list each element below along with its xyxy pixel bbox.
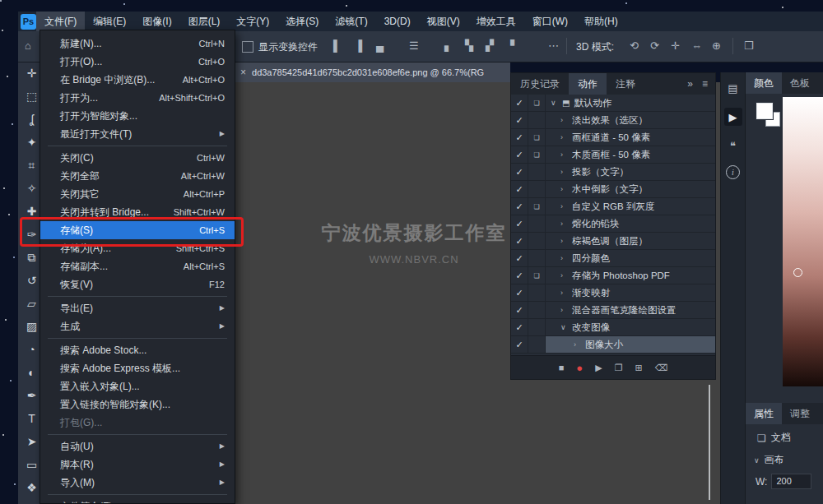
action-row[interactable]: ✓ ❏ ›木质画框 - 50 像素 [511,146,715,164]
action-check-icon[interactable]: ✓ [511,164,528,180]
3d-slide-icon[interactable]: ⇔ [691,39,702,53]
action-row[interactable]: ✓ ›投影（文字） [511,164,715,181]
action-check-icon[interactable]: ✓ [511,284,528,301]
chevron-down-icon[interactable]: ∨ [754,456,760,465]
tab-adjustments[interactable]: 调整 [782,403,818,424]
panel-collapse-icon[interactable]: » [687,78,693,90]
collapse-arrow-icon[interactable]: › [560,185,568,193]
collapse-arrow-icon[interactable]: › [560,289,568,297]
menu-item-scripts[interactable]: 脚本(R)▶ [40,455,235,474]
action-row[interactable]: ✓ ❏ ›画框通道 - 50 像素 [511,129,715,146]
dialog-toggle-empty[interactable] [528,302,546,318]
3d-roll-icon[interactable]: ⟳ [650,39,659,53]
dialog-toggle-icon[interactable]: ❏ [528,146,546,163]
tab-notes[interactable]: 注释 [607,73,644,95]
menu-item-automate[interactable]: 自动(U)▶ [40,437,235,455]
expand-arrow-icon[interactable]: ∨ [560,323,568,331]
expand-arrow-icon[interactable]: ∨ [551,99,558,107]
dialog-toggle-empty[interactable] [528,336,546,353]
tab-actions[interactable]: 动作 [569,73,607,95]
action-check-icon[interactable]: ✓ [511,319,528,335]
action-row[interactable]: ✓ ›混合器画笔克隆绘图设置 [511,302,715,319]
menu-item-package[interactable]: 打包(G)... [40,414,235,432]
action-check-icon[interactable]: ✓ [511,267,528,284]
menu-plugins[interactable]: 增效工具 [468,12,524,31]
action-row[interactable]: ✓ ›淡出效果（选区） [511,112,715,129]
action-check-icon[interactable]: ✓ [511,181,528,197]
menu-image[interactable]: 图像(I) [134,12,179,31]
menu-layer[interactable]: 图层(L) [180,12,229,31]
distribute-1-icon[interactable]: ▖ [444,39,453,53]
action-check-icon[interactable]: ✓ [511,215,528,232]
foreground-color-swatch[interactable] [756,103,773,119]
tab-close-icon[interactable]: × [235,67,252,78]
action-row[interactable]: ✓ ›熔化的铅块 [511,215,715,233]
collapse-arrow-icon[interactable]: › [560,133,568,141]
info-panel-icon[interactable]: i [726,165,740,179]
action-check-icon[interactable]: ✓ [511,198,528,215]
action-row[interactable]: ✓ ❏ ›存储为 Photoshop PDF [511,267,715,284]
menu-item-close[interactable]: 关闭(C)Ctrl+W [40,149,235,167]
action-check-icon[interactable]: ✓ [511,112,528,128]
menu-select[interactable]: 选择(S) [277,12,327,31]
distribute-3-icon[interactable]: ▞ [486,39,494,53]
actions-panel-icon[interactable]: ▶ [724,108,742,126]
action-row-image-size[interactable]: ✓ ›图像大小 [511,336,715,354]
document-tab[interactable]: × dd3a785425d41d675bc2d031e608ef6e.png @… [235,62,510,82]
collapse-arrow-icon[interactable]: › [560,150,568,159]
dialog-toggle-empty[interactable] [528,164,546,180]
align-right-icon[interactable]: ▄ [376,39,384,53]
stop-button[interactable]: ■ [559,363,565,372]
dialog-toggle-icon[interactable]: ❏ [528,129,546,146]
tab-history[interactable]: 历史记录 [511,73,569,95]
menu-item-generate[interactable]: 生成▶ [40,317,235,335]
3d-scale-icon[interactable]: ⊕ [712,39,721,53]
menu-edit[interactable]: 编辑(E) [85,12,134,31]
history-panel-icon[interactable]: ▤ [724,79,742,97]
record-button[interactable]: ● [576,362,583,374]
panel-edge-highlight[interactable] [709,385,710,500]
delete-button[interactable]: ⌫ [655,363,668,373]
width-field[interactable]: 200 [771,474,811,489]
menu-item-open-as[interactable]: 打开为...Alt+Shift+Ctrl+O [40,89,235,107]
menu-filter[interactable]: 滤镜(T) [327,12,375,31]
dialog-toggle-empty[interactable] [528,284,546,301]
align-center-icon[interactable]: ▐ [355,39,362,53]
action-row-default-actions[interactable]: ✓ ❏ ∨⬒默认动作 [511,95,715,112]
dialog-toggle-empty[interactable] [528,233,546,249]
action-row-change-image[interactable]: ✓ ∨改变图像 [511,319,715,336]
canvas-section-header[interactable]: ∨ 画布 [746,445,823,467]
new-set-button[interactable]: ❐ [615,363,623,373]
menu-item-revert[interactable]: 恢复(V)F12 [40,275,235,294]
dialog-toggle-empty[interactable] [528,181,546,197]
action-check-icon[interactable]: ✓ [511,302,528,318]
screen-mode-icon[interactable]: ❒ [744,39,754,53]
color-picker-ring[interactable] [793,268,802,277]
dialog-toggle-empty[interactable] [528,319,546,335]
menu-item-save-a-copy[interactable]: 存储副本...Alt+Ctrl+S [40,257,235,275]
menu-item-open-as-smart-object[interactable]: 打开为智能对象... [40,107,235,125]
menu-3d[interactable]: 3D(D) [376,12,419,31]
play-button[interactable]: ▶ [595,363,602,373]
panel-menu-icon[interactable]: ≡ [702,78,708,90]
menu-item-save[interactable]: 存储(S)Ctrl+S [40,221,235,239]
3d-drag-icon[interactable]: ✛ [671,39,680,53]
collapse-arrow-icon[interactable]: › [560,254,568,262]
notes-panel-icon[interactable]: ❝ [724,136,742,155]
collapse-arrow-icon[interactable]: › [560,116,568,124]
menu-view[interactable]: 视图(V) [419,12,468,31]
distribute-2-icon[interactable]: ▚ [465,39,473,53]
menu-item-save-as[interactable]: 存储为(A)...Shift+Ctrl+S [40,239,235,257]
menu-item-recent-files[interactable]: 最近打开文件(T)▶ [40,125,235,143]
collapse-arrow-icon[interactable]: › [560,220,568,228]
menu-item-export[interactable]: 导出(E)▶ [40,299,235,317]
collapse-arrow-icon[interactable]: › [560,237,568,245]
tab-swatches[interactable]: 色板 [782,72,818,94]
action-check-icon[interactable]: ✓ [511,250,528,266]
menu-window[interactable]: 窗口(W) [524,12,576,31]
menu-item-search-adobe-stock[interactable]: 搜索 Adobe Stock... [40,341,235,359]
menu-item-close-and-go-to-bridge[interactable]: 关闭并转到 Bridge...Shift+Ctrl+W [40,203,235,221]
menu-item-import[interactable]: 导入(M)▶ [40,474,235,492]
collapse-arrow-icon[interactable]: › [560,168,568,176]
collapse-arrow-icon[interactable]: › [560,202,568,210]
